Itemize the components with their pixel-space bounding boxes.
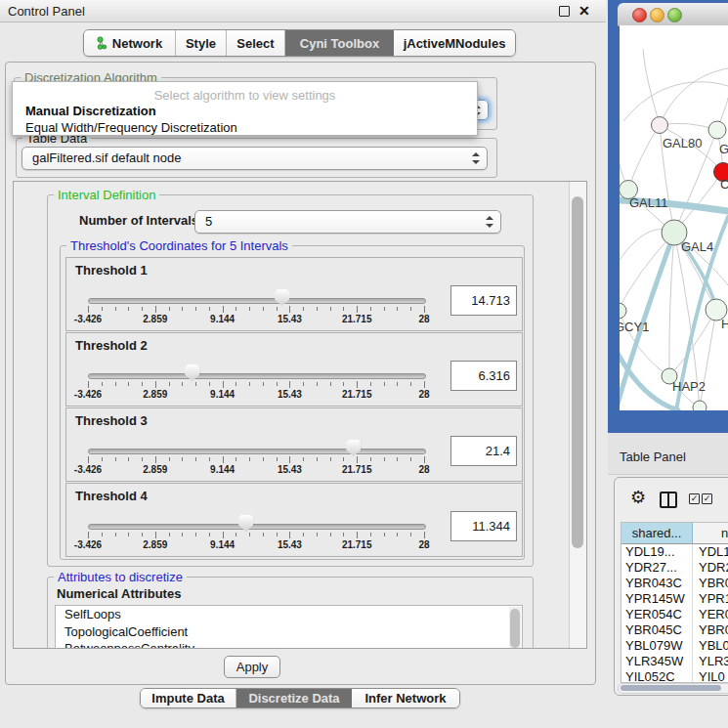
tab-style[interactable]: Style bbox=[176, 30, 227, 56]
gear-icon[interactable]: ⚙ bbox=[630, 489, 646, 506]
number-of-intervals-combobox[interactable]: 5 bbox=[194, 210, 501, 234]
network-node-gal2[interactable] bbox=[708, 121, 726, 139]
tab-network[interactable]: Network bbox=[84, 30, 176, 56]
slider-tick bbox=[277, 457, 278, 461]
table-row[interactable]: YIL052CYIL0 bbox=[621, 669, 728, 683]
table-row[interactable]: YLR345WYLR3 bbox=[621, 654, 728, 669]
table-row[interactable]: YBR045CYBR0 bbox=[621, 622, 728, 638]
node-table[interactable]: shared... n YDL19...YDL1YDR27...YDR2YBR0… bbox=[621, 522, 728, 683]
attributes-scrollbar[interactable] bbox=[509, 607, 521, 649]
attribute-list-item[interactable]: TopologicalCoefficient bbox=[56, 623, 522, 641]
column-header-shared[interactable]: shared... bbox=[621, 523, 693, 544]
checked-checkbox-icon[interactable]: ✓ bbox=[689, 493, 700, 504]
slider-tick bbox=[115, 382, 116, 386]
close-traffic-light-icon[interactable] bbox=[632, 8, 647, 22]
network-node-label: GAL11 bbox=[629, 195, 668, 210]
popup-item-equal-width-frequency[interactable]: Equal Width/Frequency Discretization bbox=[13, 119, 477, 136]
threshold-value-input[interactable]: 21.4 bbox=[450, 436, 517, 466]
slider-tick bbox=[88, 456, 89, 463]
slider-tick bbox=[223, 456, 224, 463]
tab-infer-network[interactable]: Infer Network bbox=[352, 689, 459, 707]
cell-name[interactable]: YBL0 bbox=[693, 638, 728, 654]
slider-tick bbox=[277, 307, 278, 311]
tab-jactivemnodules[interactable]: jActiveMNodules bbox=[394, 30, 515, 56]
network-node-label: GAL80 bbox=[663, 136, 702, 150]
slider-tick-label: 15.43 bbox=[278, 389, 302, 400]
scrollbar-thumb[interactable] bbox=[510, 609, 520, 648]
combo-spinner-icon[interactable] bbox=[471, 152, 479, 164]
slider-tick bbox=[155, 532, 156, 538]
table-data-combobox[interactable]: galFiltered.sif default node bbox=[21, 147, 488, 170]
slider-track[interactable] bbox=[88, 373, 426, 379]
cell-shared-name[interactable]: YDL19... bbox=[621, 544, 693, 560]
cell-name[interactable]: YBR0 bbox=[693, 576, 728, 591]
cell-name[interactable]: YDL1 bbox=[693, 544, 728, 560]
cell-name[interactable]: YIL0 bbox=[693, 669, 728, 683]
slider-track[interactable] bbox=[88, 524, 426, 530]
scrollbar-thumb[interactable] bbox=[572, 196, 583, 548]
checked-checkbox-icon[interactable]: ✓ bbox=[702, 493, 712, 504]
slider-tick-label: 15.43 bbox=[278, 314, 302, 324]
table-row[interactable]: YDL19...YDL1 bbox=[621, 544, 728, 560]
cell-shared-name[interactable]: YDR27... bbox=[621, 560, 693, 576]
scrollbar-thumb[interactable] bbox=[621, 685, 721, 691]
cell-shared-name[interactable]: YIL052C bbox=[621, 669, 693, 683]
network-edge bbox=[623, 82, 728, 121]
table-row[interactable]: YBR043CYBR0 bbox=[621, 576, 728, 591]
cell-shared-name[interactable]: YER054C bbox=[621, 607, 693, 622]
slider-track[interactable] bbox=[88, 449, 426, 454]
close-icon[interactable]: ✕ bbox=[578, 3, 590, 19]
popup-item-manual-discretization[interactable]: Manual Discretization bbox=[13, 103, 477, 119]
cell-name[interactable]: YLR3 bbox=[693, 654, 728, 669]
slider-tick bbox=[88, 532, 89, 538]
network-node-gal80[interactable] bbox=[652, 117, 668, 134]
network-canvas[interactable]: GAL80GACGAL11GAL4GCY1HHAP2 bbox=[620, 25, 728, 410]
cell-shared-name[interactable]: YBL079W bbox=[621, 638, 693, 654]
cell-name[interactable]: YBR0 bbox=[693, 622, 728, 638]
network-node-gcy1[interactable] bbox=[620, 303, 626, 319]
split-columns-icon[interactable] bbox=[660, 492, 677, 508]
network-edge bbox=[620, 233, 674, 313]
tab-impute-data[interactable]: Impute Data bbox=[141, 689, 236, 707]
threshold-value-input[interactable]: 11.344 bbox=[450, 511, 517, 541]
slider-tick bbox=[236, 457, 236, 461]
slider-tick bbox=[249, 457, 250, 461]
cell-name[interactable]: YER0 bbox=[693, 607, 728, 622]
horizontal-scrollbar[interactable] bbox=[618, 683, 728, 694]
slider-tick bbox=[303, 533, 304, 536]
slider-tick bbox=[303, 307, 304, 311]
combo-spinner-icon[interactable] bbox=[485, 216, 492, 228]
tab-cyni-toolbox[interactable]: Cyni Toolbox bbox=[285, 30, 394, 56]
slider-track[interactable] bbox=[88, 298, 426, 304]
slider-tick bbox=[397, 382, 398, 386]
column-header-name[interactable]: n bbox=[693, 523, 728, 544]
network-node-bot[interactable] bbox=[693, 401, 707, 410]
slider-tick bbox=[102, 307, 103, 311]
cell-shared-name[interactable]: YLR345W bbox=[621, 654, 693, 669]
slider-tick bbox=[357, 381, 358, 388]
slider-tick bbox=[357, 306, 358, 313]
table-row[interactable]: YBL079WYBL0 bbox=[621, 638, 728, 654]
table-row[interactable]: YER054CYER0 bbox=[621, 607, 728, 622]
tab-select[interactable]: Select bbox=[227, 30, 285, 56]
vertical-scrollbar[interactable] bbox=[569, 182, 586, 648]
apply-button[interactable]: Apply bbox=[224, 656, 280, 678]
numerical-attributes-list[interactable]: SelfLoopsTopologicalCoefficientBetweenne… bbox=[55, 605, 523, 649]
float-window-icon[interactable] bbox=[559, 6, 570, 17]
threshold-value-input[interactable]: 14.713 bbox=[450, 285, 517, 316]
cell-shared-name[interactable]: YPR145W bbox=[621, 591, 693, 607]
network-window-titlebar[interactable] bbox=[618, 3, 728, 26]
attribute-list-item[interactable]: BetweennessCentrality bbox=[56, 640, 522, 649]
minimize-traffic-light-icon[interactable] bbox=[650, 8, 664, 22]
threshold-value-input[interactable]: 6.316 bbox=[450, 361, 517, 391]
zoom-traffic-light-icon[interactable] bbox=[667, 8, 682, 22]
cell-shared-name[interactable]: YBR045C bbox=[621, 622, 693, 638]
cell-shared-name[interactable]: YBR043C bbox=[621, 576, 693, 591]
tab-discretize-data[interactable]: Discretize Data bbox=[236, 689, 352, 707]
table-row[interactable]: YPR145WYPR1 bbox=[621, 591, 728, 607]
threshold-label: Threshold 2 bbox=[75, 338, 148, 353]
cell-name[interactable]: YPR1 bbox=[693, 591, 728, 607]
table-row[interactable]: YDR27...YDR2 bbox=[621, 560, 728, 576]
cell-name[interactable]: YDR2 bbox=[693, 560, 728, 576]
attribute-list-item[interactable]: SelfLoops bbox=[56, 606, 522, 623]
